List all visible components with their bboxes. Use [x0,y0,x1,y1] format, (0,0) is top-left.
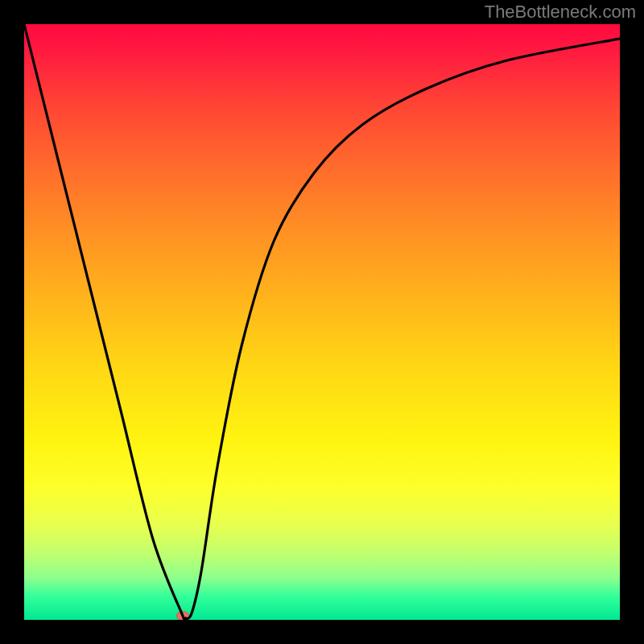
plot-area [24,24,620,620]
curve-path [24,24,620,620]
curve-svg [24,24,620,620]
watermark-text: TheBottleneck.com [485,2,636,23]
chart-frame: TheBottleneck.com [0,0,644,644]
